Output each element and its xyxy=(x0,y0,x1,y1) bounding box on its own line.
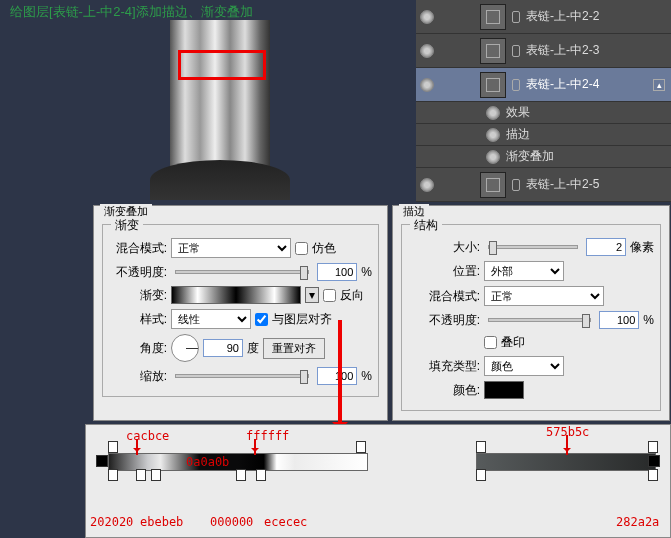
link-icon xyxy=(512,79,520,91)
reset-align-button[interactable]: 重置对齐 xyxy=(263,338,325,359)
style-label: 样式: xyxy=(109,311,167,328)
layer-name: 表链-上-中2-5 xyxy=(526,176,599,193)
opacity-label: 不透明度: xyxy=(109,264,167,281)
blend-label: 混合模式: xyxy=(109,240,167,257)
style-select[interactable]: 线性 xyxy=(171,309,251,329)
angle-input[interactable] xyxy=(203,339,243,357)
opacity-stop[interactable] xyxy=(96,455,108,467)
fx-stroke[interactable]: 描边 xyxy=(416,124,671,146)
stop-annotation: cacbce xyxy=(126,429,169,443)
position-label: 位置: xyxy=(408,263,480,280)
scale-label: 缩放: xyxy=(109,368,167,385)
layer-row[interactable]: 表链-上-中2-3 xyxy=(416,34,671,68)
opacity-input[interactable] xyxy=(599,311,639,329)
gradient-preview[interactable] xyxy=(171,286,301,304)
blend-label: 混合模式: xyxy=(408,288,480,305)
overprint-label: 叠印 xyxy=(501,334,525,351)
section-title: 结构 xyxy=(410,217,442,234)
reverse-label: 反向 xyxy=(340,287,364,304)
layer-thumb xyxy=(480,4,506,30)
annotation-arrow xyxy=(254,439,256,455)
gradient-overlay-panel: 渐变叠加 渐变 混合模式: 正常 仿色 不透明度: % 渐变: ▾ 反向 样式:… xyxy=(93,205,388,421)
gradient-editor: cacbce ffffff 0a0a0b 575b5c 202020 ebebe… xyxy=(85,424,671,538)
blend-mode-select[interactable]: 正常 xyxy=(171,238,291,258)
layer-preview xyxy=(130,0,310,200)
stop-annotation: ebebeb xyxy=(140,515,183,529)
size-input[interactable] xyxy=(586,238,626,256)
stroke-panel: 描边 结构 大小: 像素 位置: 外部 混合模式: 正常 不透明度: % 叠印 xyxy=(392,205,670,421)
layer-row[interactable]: 表链-上-中2-5 xyxy=(416,168,671,202)
color-stop[interactable] xyxy=(648,469,658,481)
opacity-stop[interactable] xyxy=(648,455,660,467)
size-slider[interactable] xyxy=(488,245,578,249)
section-title: 渐变 xyxy=(111,217,143,234)
link-icon xyxy=(512,11,520,23)
color-swatch[interactable] xyxy=(484,381,524,399)
reverse-checkbox[interactable] xyxy=(323,289,336,302)
color-stop[interactable] xyxy=(236,469,246,481)
visibility-icon[interactable] xyxy=(420,178,434,192)
opacity-slider[interactable] xyxy=(175,270,309,274)
align-label: 与图层对齐 xyxy=(272,311,332,328)
visibility-icon[interactable] xyxy=(420,10,434,24)
color-stop[interactable] xyxy=(108,469,118,481)
stop-annotation: 0a0a0b xyxy=(186,455,229,469)
color-stop[interactable] xyxy=(136,469,146,481)
stop-annotation: 000000 xyxy=(210,515,253,529)
dither-label: 仿色 xyxy=(312,240,336,257)
align-checkbox[interactable] xyxy=(255,313,268,326)
link-icon xyxy=(512,179,520,191)
opacity-input[interactable] xyxy=(317,263,357,281)
gradient-label: 渐变: xyxy=(109,287,167,304)
color-stop[interactable] xyxy=(151,469,161,481)
layers-panel: 表链-上-中2-2 表链-上-中2-3 表链-上-中2-4 ▴ 效果 描边 渐变… xyxy=(416,0,671,202)
opacity-slider[interactable] xyxy=(488,318,591,322)
fx-header[interactable]: 效果 xyxy=(416,102,671,124)
stop-annotation: ffffff xyxy=(246,429,289,443)
layer-name: 表链-上-中2-3 xyxy=(526,42,599,59)
color-stop[interactable] xyxy=(476,469,486,481)
layer-row-selected[interactable]: 表链-上-中2-4 ▴ xyxy=(416,68,671,102)
opacity-stop[interactable] xyxy=(108,441,118,453)
visibility-icon[interactable] xyxy=(486,128,500,142)
scale-slider[interactable] xyxy=(175,374,309,378)
color-stop[interactable] xyxy=(256,469,266,481)
annotation-arrow xyxy=(338,320,342,430)
visibility-icon[interactable] xyxy=(420,78,434,92)
visibility-icon[interactable] xyxy=(486,150,500,164)
stop-annotation: 282a2a xyxy=(616,515,659,529)
blend-mode-select[interactable]: 正常 xyxy=(484,286,604,306)
opacity-stop[interactable] xyxy=(476,441,486,453)
color-label: 颜色: xyxy=(408,382,480,399)
layer-thumb xyxy=(480,72,506,98)
angle-label: 角度: xyxy=(109,340,167,357)
size-label: 大小: xyxy=(408,239,480,256)
angle-dial[interactable] xyxy=(171,334,199,362)
visibility-icon[interactable] xyxy=(486,106,500,120)
layer-name: 表链-上-中2-4 xyxy=(526,76,599,93)
fill-type-select[interactable]: 颜色 xyxy=(484,356,564,376)
layer-thumb xyxy=(480,172,506,198)
annotation-arrow xyxy=(136,439,138,455)
position-select[interactable]: 外部 xyxy=(484,261,564,281)
opacity-stop[interactable] xyxy=(648,441,658,453)
stop-annotation: 202020 xyxy=(90,515,133,529)
layer-row[interactable]: 表链-上-中2-2 xyxy=(416,0,671,34)
annotation-arrow xyxy=(566,435,568,455)
fx-toggle-icon[interactable]: ▴ xyxy=(653,79,665,91)
layer-thumb xyxy=(480,38,506,64)
highlight-box xyxy=(178,50,266,80)
layer-name: 表链-上-中2-2 xyxy=(526,8,599,25)
fx-gradient[interactable]: 渐变叠加 xyxy=(416,146,671,168)
overprint-checkbox[interactable] xyxy=(484,336,497,349)
fill-type-label: 填充类型: xyxy=(408,358,480,375)
visibility-icon[interactable] xyxy=(420,44,434,58)
stop-annotation: ececec xyxy=(264,515,307,529)
opacity-label: 不透明度: xyxy=(408,312,480,329)
gradient-dropdown-icon[interactable]: ▾ xyxy=(305,287,319,303)
link-icon xyxy=(512,45,520,57)
dither-checkbox[interactable] xyxy=(295,242,308,255)
opacity-stop[interactable] xyxy=(356,441,366,453)
